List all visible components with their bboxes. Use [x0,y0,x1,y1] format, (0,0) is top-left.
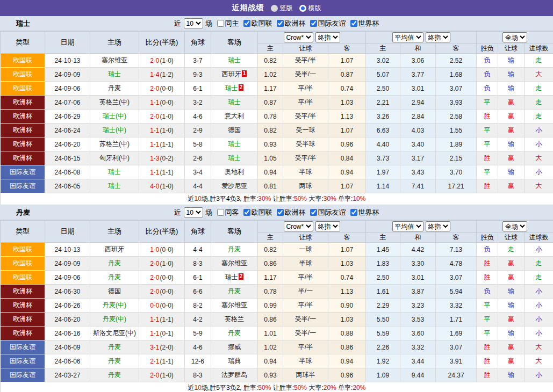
team-label: 瑞士(中) [103,126,126,134]
home-team: 匈牙利(中) [90,151,139,165]
match-row: 欧国联24-09-06丹麦2-0(0-0)6-1瑞士21.17平/半0.742.… [1,271,553,285]
competition-badge: 欧国联 [1,82,45,96]
match-date: 24-06-20 [45,313,90,326]
result-flag: 走 [525,82,553,96]
competition-badge: 国际友谊 [1,179,45,193]
odds-stage-select[interactable]: 终指 [426,221,450,231]
league-checkbox[interactable] [310,20,317,27]
result-flag: 输 [498,82,525,96]
halftime-score: (1-1) [160,358,174,365]
team-label: 丹麦(中) [103,301,126,309]
handicap-odds-value: 0.94 [328,165,366,179]
column-header: 比分(半场) [139,221,185,243]
home-team: 丹麦 [90,271,139,285]
halftime-score: (1-0) [160,372,174,379]
average-select[interactable]: 平均值 [392,221,423,231]
match-row: 欧洲杯24-06-30德国2-0(0-0)6-6丹麦0.78半/一1.131.6… [1,285,553,299]
corner-count: 3-4 [185,165,211,179]
recent-count-select[interactable]: 10 [184,18,203,28]
match-row: 国际友谊24-06-08瑞士1-1(1-1)3-4奥地利0.94半球0.941.… [1,165,553,179]
scope-select[interactable]: 全场 [502,32,527,42]
home-team: 德国 [90,285,139,299]
competition-badge: 国际友谊 [1,368,45,382]
result-flag: 走 [525,257,553,271]
column-header: 客场 [211,221,258,243]
same-venue-checkbox[interactable] [217,20,224,27]
scope-select[interactable]: 全场 [502,221,527,231]
result-flag: 小 [525,243,553,257]
odds-stage-select[interactable]: 终指 [315,221,340,231]
column-header: 比分(半场) [139,32,185,54]
result-flag: 胜 [477,110,498,124]
average-odds-value: 9.44 [400,368,436,382]
average-odds-value: 3.01 [400,271,436,285]
away-team: 瑞士2 [211,82,258,96]
odds-stage-select[interactable]: 终指 [315,32,340,42]
away-team: 瑞士2 [211,271,258,285]
corner-count: 3-2 [185,96,211,110]
match-date: 24-06-20 [45,137,90,151]
team-label: 丹麦 [108,357,121,365]
handicap-odds-value: 0.74 [328,271,366,285]
average-odds-value: 3.87 [400,285,436,299]
average-odds-value: 3.70 [436,165,477,179]
competition-badge: 欧国联 [1,68,45,82]
handicap-odds-value: 受半/一 [283,313,328,326]
radio-label: 横版 [308,4,321,13]
league-checkbox[interactable] [310,209,317,216]
result-flag: 负 [477,285,498,299]
average-odds-value: 3.73 [366,151,400,165]
handicap-odds-value: 平/半 [283,82,328,96]
result-flag: 输 [498,54,525,68]
match-date: 24-06-26 [45,299,90,313]
score-cell: 1-1(1-1) [139,313,185,326]
corner-count: 3-7 [185,54,211,68]
competition-badge: 国际友谊 [1,340,45,354]
recent-count-select[interactable]: 10 [184,207,203,217]
team-label: 瑞士 [228,140,241,148]
league-checkbox[interactable] [243,20,250,27]
away-team: 挪威 [211,340,258,354]
column-subheader: 和 [400,43,436,54]
yellow-red-card-badge: 2 [239,273,244,280]
results-table: 类型日期主场比分(半场)角球客场Crow*终指平均值终指全场主让球客主和客胜负让… [0,31,553,205]
result-flag: 胜 [477,151,498,165]
halftime-score: (0-0) [160,288,174,295]
score-cell: 2-0(1-0) [139,257,185,271]
handicap-odds-value: 0.99 [258,299,283,313]
team-label: 丹麦 [108,343,121,351]
average-odds-value: 7.41 [400,179,436,193]
league-checkbox[interactable] [350,209,357,216]
team-sections: 瑞士近10场同主欧国联欧洲杯国际友谊世界杯类型日期主场比分(半场)角球客场Cro… [0,16,553,392]
fulltime-score: 1-1 [150,169,159,176]
league-label: 欧国联 [252,19,272,28]
odds-stage-select[interactable]: 终指 [426,32,450,42]
average-select[interactable]: 平均值 [392,32,423,42]
team-label: 瑞士 [225,273,238,281]
bookmaker-select[interactable]: Crow* [284,221,313,231]
average-odds-value: 3.06 [400,54,436,68]
league-checkbox[interactable] [243,209,250,216]
league-checkbox[interactable] [277,20,284,27]
average-odds-value: 5.50 [366,313,400,326]
result-flag: 大 [525,340,553,354]
average-odds-value: 7.13 [436,243,477,257]
bookmaker-select[interactable]: Crow* [284,32,313,42]
average-odds-value: 3.07 [436,340,477,354]
handicap-odds-value: 半球 [283,354,328,368]
result-flag: 输 [498,299,525,313]
competition-badge: 欧洲杯 [1,110,45,124]
league-label: 国际友谊 [318,208,346,217]
layout-radio-vertical[interactable]: 竖版 [271,4,293,13]
league-checkbox[interactable] [350,20,357,27]
layout-radio-horizontal[interactable]: 横版 [299,4,321,13]
average-odds-value: 3.44 [400,354,436,368]
competition-badge: 欧洲杯 [1,151,45,165]
match-date: 24-07-06 [45,96,90,110]
team-label: 丹麦 [228,287,241,295]
filter-matches-label: 场 [206,208,213,217]
league-checkbox[interactable] [277,209,284,216]
same-venue-checkbox[interactable] [217,209,224,216]
score-cell: 3-1(2-0) [139,340,185,354]
europe-odds-group: 平均值终指 [366,32,477,43]
